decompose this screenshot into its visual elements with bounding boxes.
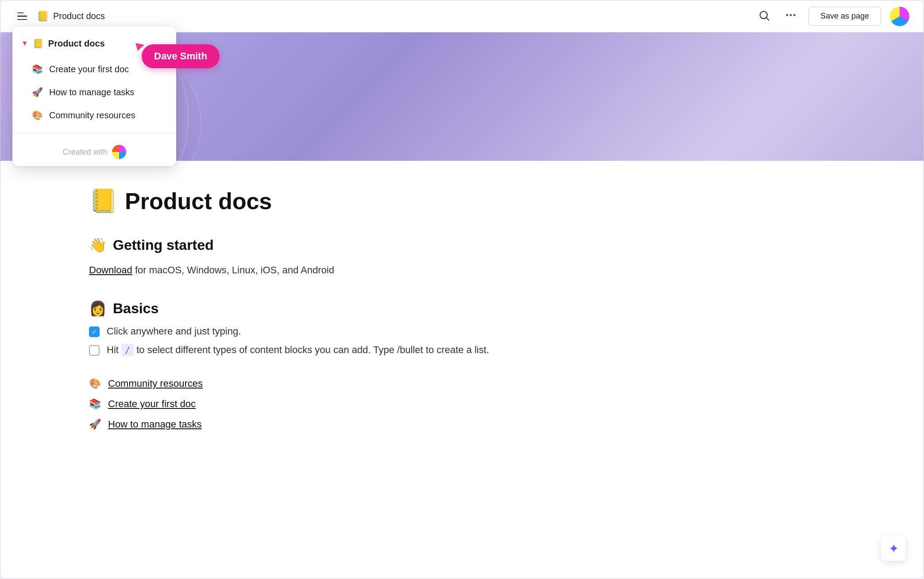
getting-started-body: Download for macOS, Windows, Linux, iOS,… (89, 262, 835, 278)
dropdown-item-label-0: Create your first doc (49, 64, 129, 74)
community-resources-link[interactable]: Community resources (108, 378, 203, 389)
dropdown-item-emoji-2: 🎨 (32, 110, 43, 120)
checkbox-checked-icon[interactable]: ✓ (89, 326, 100, 337)
dropdown-item-emoji-0: 📚 (32, 64, 43, 74)
basics-emoji: 👩 (89, 300, 107, 317)
svg-line-1 (766, 18, 769, 20)
checkbox-text-1: Click anywhere and just typing. (107, 326, 241, 337)
getting-started-heading: 👋 Getting started (89, 237, 835, 253)
svg-point-4 (793, 14, 796, 16)
svg-point-2 (786, 14, 788, 16)
page-title: 📒 Product docs (89, 187, 835, 214)
checkbox-text-2: Hit / to select different types of conte… (107, 344, 489, 356)
dropdown-item-label-2: Community resources (49, 110, 135, 120)
app-window: 📒 Product docs Save as page (0, 0, 924, 579)
getting-started-emoji: 👋 (89, 237, 107, 253)
dropdown-item-emoji-1: 🚀 (32, 87, 43, 97)
dropdown-item-label-1: How to manage tasks (49, 87, 134, 97)
search-button[interactable] (755, 7, 773, 26)
link-item-first-doc: 📚 Create your first doc (89, 398, 835, 410)
topbar-right: Save as page (755, 6, 909, 27)
link-emoji-first-doc: 📚 (89, 398, 101, 410)
link-emoji-tasks: 🚀 (89, 419, 101, 430)
created-with-text: Created with (62, 148, 107, 157)
doc-title-header[interactable]: 📒 Product docs (37, 11, 105, 22)
user-badge: Dave Smith (142, 44, 220, 68)
checkbox-suffix: to select different types of content blo… (136, 344, 489, 355)
user-avatar[interactable] (890, 7, 909, 26)
create-first-doc-link[interactable]: Create your first doc (108, 398, 196, 410)
basics-heading: 👩 Basics (89, 300, 835, 317)
dropdown-title[interactable]: ▼ 📒 Product docs (21, 38, 105, 49)
link-item-community: 🎨 Community resources (89, 378, 835, 389)
sparkle-button[interactable]: ✦ (881, 536, 906, 561)
download-link[interactable]: Download (89, 264, 132, 276)
svg-point-0 (760, 11, 767, 18)
link-item-manage-tasks: 🚀 How to manage tasks (89, 419, 835, 430)
getting-started-section: 👋 Getting started Download for macOS, Wi… (89, 237, 835, 278)
link-emoji-community: 🎨 (89, 378, 101, 389)
slash-code: / (121, 344, 134, 356)
dropdown-item-2[interactable]: 🎨 Community resources (12, 104, 176, 127)
page-title-emoji: 📒 (89, 187, 118, 214)
collapse-arrow[interactable]: ▼ (21, 39, 28, 47)
more-options-button[interactable] (782, 6, 800, 27)
how-to-manage-tasks-link[interactable]: How to manage tasks (108, 419, 202, 430)
basics-section: 👩 Basics ✓ Click anywhere and just typin… (89, 300, 835, 356)
checkbox-prefix: Hit (107, 344, 119, 355)
dropdown-title-text: Product docs (48, 39, 105, 49)
dropdown-item-1[interactable]: 🚀 How to manage tasks (12, 81, 176, 104)
checkbox-unchecked-icon[interactable] (89, 345, 100, 356)
doc-emoji: 📒 (37, 11, 49, 22)
checkbox-item-2: Hit / to select different types of conte… (89, 344, 835, 356)
getting-started-heading-text: Getting started (113, 237, 214, 253)
links-section: 🎨 Community resources 📚 Create your firs… (89, 378, 835, 430)
doc-title-text: Product docs (53, 11, 105, 21)
dropdown-divider (12, 133, 176, 133)
menu-toggle-button[interactable] (15, 10, 30, 23)
dropdown-footer: Created with (12, 138, 176, 166)
doc-content: 📒 Product docs 👋 Getting started Downloa… (0, 161, 924, 579)
checkbox-item-1: ✓ Click anywhere and just typing. (89, 326, 835, 337)
getting-started-text: for macOS, Windows, Linux, iOS, and Andr… (132, 264, 334, 276)
page-title-text: Product docs (125, 188, 272, 214)
svg-point-3 (790, 14, 792, 16)
topbar-left: 📒 Product docs (15, 10, 755, 23)
appflowy-logo-icon (112, 145, 126, 159)
basics-heading-text: Basics (113, 300, 159, 317)
save-as-page-button[interactable]: Save as page (808, 7, 881, 26)
dropdown-emoji: 📒 (33, 38, 44, 49)
